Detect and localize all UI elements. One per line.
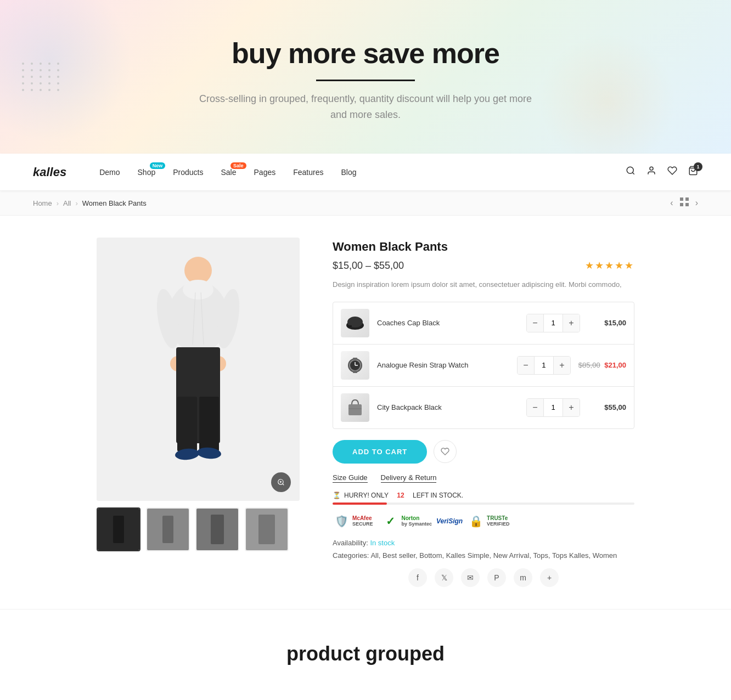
thumbnail-1[interactable] xyxy=(97,507,140,551)
svg-point-2 xyxy=(650,167,653,170)
nav-blog[interactable]: Blog xyxy=(341,168,356,177)
more-share[interactable]: + xyxy=(540,568,559,587)
prev-product-button[interactable]: ‹ xyxy=(670,198,673,208)
account-button[interactable] xyxy=(646,166,656,178)
site-logo[interactable]: kalles xyxy=(33,165,66,179)
shop-badge: New xyxy=(150,162,166,169)
qty-decrease-bag[interactable]: − xyxy=(527,399,543,416)
product-price-row: $15,00 – $55,00 ★★★★★ xyxy=(333,259,634,272)
breadcrumb-bar: Home › All › Women Black Pants ‹ › xyxy=(0,191,731,216)
item-price-cap: $15,00 xyxy=(588,319,626,327)
qty-decrease-cap[interactable]: − xyxy=(527,314,543,332)
hero-title: buy more save more xyxy=(232,37,499,70)
delivery-link[interactable]: Delivery & Return xyxy=(381,473,437,483)
qty-increase-bag[interactable]: + xyxy=(563,399,580,416)
product-section: Women Black Pants $15,00 – $55,00 ★★★★★ … xyxy=(64,216,667,609)
breadcrumb-navigation: ‹ › xyxy=(670,197,698,208)
size-guide-link[interactable]: Size Guide xyxy=(333,473,368,483)
breadcrumb-home[interactable]: Home xyxy=(33,199,52,207)
breadcrumb: Home › All › Women Black Pants xyxy=(33,199,147,207)
svg-point-12 xyxy=(183,280,213,300)
truste-icon: 🔒 xyxy=(467,512,485,530)
svg-point-0 xyxy=(627,167,633,173)
availability: Availability: In stock xyxy=(333,539,634,547)
table-row: Coaches Cap Black − + $15,00 xyxy=(333,302,634,345)
svg-line-1 xyxy=(632,172,634,174)
stock-fill xyxy=(333,503,387,505)
social-share: f 𝕏 ✉ P m + xyxy=(333,568,634,587)
next-product-button[interactable]: › xyxy=(695,198,698,208)
nav-pages[interactable]: Pages xyxy=(254,168,276,177)
thumbnail-3[interactable] xyxy=(195,507,239,551)
breadcrumb-current: Women Black Pants xyxy=(82,199,147,207)
twitter-share[interactable]: 𝕏 xyxy=(435,568,453,587)
mcafee-label: McAfeeSECURE xyxy=(352,515,373,527)
product-categories: Categories: All, Best seller, Bottom, Ka… xyxy=(333,551,634,560)
cart-button[interactable]: 1 xyxy=(688,166,698,178)
qty-input-cap[interactable] xyxy=(543,314,563,332)
svg-rect-19 xyxy=(199,397,219,451)
item-name-bag: City Backpack Black xyxy=(377,403,519,411)
zoom-button[interactable] xyxy=(271,472,291,492)
categories-list: All, Best seller, Bottom, Kalles Simple,… xyxy=(370,551,617,560)
mcafee-icon: 🛡️ xyxy=(333,512,350,530)
item-qty-bag: − + xyxy=(526,398,580,417)
stock-text: ⏳ HURRY! ONLY 12 LEFT IN STOCK. xyxy=(333,492,634,499)
norton-icon: ✓ xyxy=(382,512,400,530)
facebook-share[interactable]: f xyxy=(408,568,427,587)
nav-sale[interactable]: Sale Sale xyxy=(221,168,236,177)
nav-features[interactable]: Features xyxy=(293,168,323,177)
nav-demo[interactable]: Demo xyxy=(99,168,120,177)
pinterest-share[interactable]: P xyxy=(487,568,506,587)
svg-rect-28 xyxy=(113,516,124,543)
qty-decrease-watch[interactable]: − xyxy=(518,357,534,374)
messenger-share[interactable]: m xyxy=(514,568,532,587)
product-grouped-section: product grouped xyxy=(0,609,731,687)
item-name-watch: Analogue Resin Strap Watch xyxy=(377,361,509,369)
trust-norton: ✓ Nortonby Symantec xyxy=(382,512,432,530)
table-row: City Backpack Black − + $55,00 xyxy=(333,387,634,428)
sale-badge: Sale xyxy=(230,162,246,169)
email-share[interactable]: ✉ xyxy=(461,568,480,587)
qty-input-bag[interactable] xyxy=(543,399,563,416)
thumbnail-2[interactable] xyxy=(146,507,190,551)
trust-mcafee: 🛡️ McAfeeSECURE xyxy=(333,512,373,530)
grid-view-button[interactable] xyxy=(680,197,689,208)
nav-products[interactable]: Products xyxy=(173,168,203,177)
svg-rect-30 xyxy=(211,515,224,544)
svg-rect-39 xyxy=(353,358,357,360)
wishlist-button[interactable] xyxy=(667,166,677,178)
svg-rect-41 xyxy=(348,404,362,415)
product-description: Design inspiration lorem ipsum dolor sit… xyxy=(333,279,634,291)
nav-links: Demo Shop New Products Sale Sale Pages F… xyxy=(99,168,626,177)
product-title: Women Black Pants xyxy=(333,240,634,254)
product-grouped-title: product grouped xyxy=(11,642,720,665)
thumbnail-4[interactable] xyxy=(245,507,289,551)
truste-label: TRUSTeVERIFIED xyxy=(487,515,510,527)
breadcrumb-all[interactable]: All xyxy=(63,199,71,207)
trust-truste: 🔒 TRUSTeVERIFIED xyxy=(467,512,510,530)
qty-increase-watch[interactable]: + xyxy=(554,357,570,374)
hero-section: buy more save more Cross-selling in grou… xyxy=(0,0,731,154)
wishlist-button[interactable] xyxy=(434,440,457,463)
search-button[interactable] xyxy=(626,166,636,178)
product-image-svg xyxy=(97,238,300,501)
svg-rect-40 xyxy=(353,371,357,373)
main-product-image xyxy=(97,238,300,501)
decorative-dots xyxy=(22,63,61,91)
qty-input-watch[interactable] xyxy=(534,357,554,374)
product-info: Women Black Pants $15,00 – $55,00 ★★★★★ … xyxy=(333,238,634,587)
product-images xyxy=(97,238,300,587)
svg-rect-4 xyxy=(680,197,683,201)
svg-rect-7 xyxy=(685,203,689,206)
stock-urgency: ⏳ HURRY! ONLY 12 LEFT IN STOCK. xyxy=(333,492,634,505)
nav-shop[interactable]: Shop New xyxy=(138,168,156,177)
qty-increase-cap[interactable]: + xyxy=(563,314,580,332)
add-to-cart-button[interactable]: ADD TO CART xyxy=(333,440,427,464)
svg-rect-18 xyxy=(177,397,197,451)
item-name-cap: Coaches Cap Black xyxy=(377,319,519,327)
product-price: $15,00 – $55,00 xyxy=(333,260,404,272)
item-price-bag: $55,00 xyxy=(588,403,626,411)
cart-row: ADD TO CART xyxy=(333,440,634,464)
item-qty-watch: − + xyxy=(517,356,571,375)
